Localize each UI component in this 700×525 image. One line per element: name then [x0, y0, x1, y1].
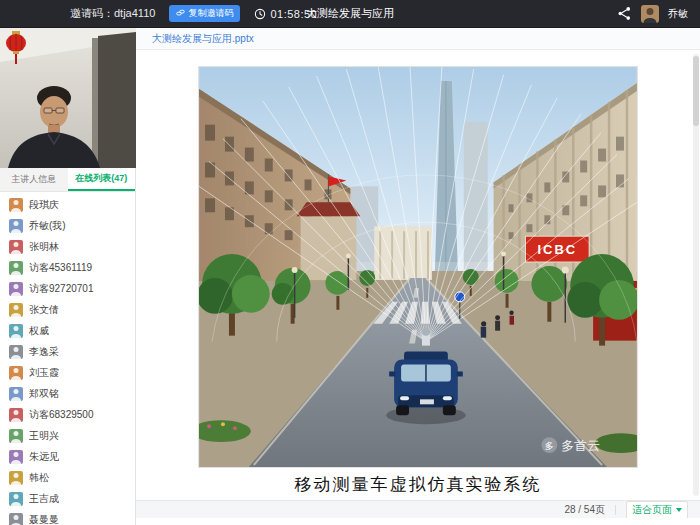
participant-avatar — [9, 471, 23, 485]
main-area: 大测绘发展与应用.pptx — [136, 28, 700, 525]
slide-image: ICBC — [198, 66, 638, 468]
participant-row[interactable]: 访客45361119 — [0, 257, 135, 278]
status-divider — [615, 505, 616, 515]
participant-row[interactable]: 韩松 — [0, 467, 135, 488]
participant-avatar — [9, 513, 23, 525]
presenter-webcam-video — [0, 28, 135, 168]
participant-name: 王吉成 — [29, 492, 59, 506]
participant-avatar — [9, 198, 23, 212]
main-scrollbar-thumb[interactable] — [693, 56, 699, 126]
participant-avatar — [9, 366, 23, 380]
participant-name: 刘玉霞 — [29, 366, 59, 380]
participant-row[interactable]: 郑双铭 — [0, 383, 135, 404]
participant-avatar — [9, 282, 23, 296]
participant-row[interactable]: 王明兴 — [0, 425, 135, 446]
watermark-text: 多首云 — [561, 438, 600, 453]
tab-presenter-info[interactable]: 主讲人信息 — [0, 168, 68, 191]
participant-row[interactable]: 访客68329500 — [0, 404, 135, 425]
sidebar: 主讲人信息 在线列表(47) 段琪庆 乔敏(我) 张明林 访客45361119 … — [0, 28, 136, 525]
file-tab[interactable]: 大测绘发展与应用.pptx — [152, 32, 254, 46]
participant-row[interactable]: 朱远见 — [0, 446, 135, 467]
participant-avatar — [9, 303, 23, 317]
main-scrollbar[interactable] — [693, 54, 699, 496]
participant-name: 韩松 — [29, 471, 49, 485]
zoom-fit-select[interactable]: 适合页面 — [626, 501, 688, 519]
link-icon — [176, 9, 185, 18]
session-title: 大测绘发展与应用 — [306, 6, 394, 21]
participant-name: 朱远见 — [29, 450, 59, 464]
participant-row[interactable]: 聂曼曼 — [0, 509, 135, 525]
participant-name: 权威 — [29, 324, 49, 338]
watermark-logo-glyph: 多 — [545, 441, 554, 451]
status-bar: 28 / 54页 适合页面 — [136, 500, 700, 518]
participant-name: 聂曼曼 — [29, 513, 59, 525]
participant-row[interactable]: 张文倩 — [0, 299, 135, 320]
participant-name: 王明兴 — [29, 429, 59, 443]
participant-name: 访客45361119 — [29, 261, 92, 275]
zoom-fit-label: 适合页面 — [632, 503, 672, 517]
participant-avatar — [9, 408, 23, 422]
participant-avatar — [9, 324, 23, 338]
participant-name: 郑双铭 — [29, 387, 59, 401]
copy-invite-button[interactable]: 复制邀请码 — [169, 5, 240, 22]
bottom-strip — [136, 518, 700, 525]
participant-row[interactable]: 段琪庆 — [0, 194, 135, 215]
participant-row[interactable]: 张明林 — [0, 236, 135, 257]
topbar-right: 乔敏 — [617, 5, 700, 23]
share-icon[interactable] — [617, 6, 632, 21]
slide-canvas: ICBC — [136, 50, 700, 500]
participant-row[interactable]: 访客92720701 — [0, 278, 135, 299]
participant-row[interactable]: 刘玉霞 — [0, 362, 135, 383]
participant-avatar — [9, 219, 23, 233]
copy-invite-label: 复制邀请码 — [188, 7, 233, 20]
file-tab-bar: 大测绘发展与应用.pptx — [136, 28, 700, 50]
top-bar: 邀请码：dtja4110 复制邀请码 01:58:50 大测绘发展与应用 乔敏 — [0, 0, 700, 28]
participant-avatar — [9, 240, 23, 254]
sidebar-tabs: 主讲人信息 在线列表(47) — [0, 168, 135, 192]
page-indicator: 28 / 54页 — [564, 503, 605, 517]
participant-name: 访客92720701 — [29, 282, 94, 296]
participant-row[interactable]: 李逸采 — [0, 341, 135, 362]
participant-avatar — [9, 261, 23, 275]
participant-avatar — [9, 492, 23, 506]
participant-name: 段琪庆 — [29, 198, 59, 212]
invite-code: 邀请码：dtja4110 — [70, 6, 155, 21]
webcam-frame — [0, 28, 136, 168]
participant-row[interactable]: 乔敏(我) — [0, 215, 135, 236]
participant-name: 访客68329500 — [29, 408, 94, 422]
participant-name: 张文倩 — [29, 303, 59, 317]
caret-down-icon — [676, 508, 682, 512]
app-body: 主讲人信息 在线列表(47) 段琪庆 乔敏(我) 张明林 访客45361119 … — [0, 28, 700, 525]
clock-icon — [254, 8, 266, 20]
watermark: 多 多首云 — [541, 437, 600, 453]
participant-row[interactable]: 权威 — [0, 320, 135, 341]
participant-name: 乔敏(我) — [29, 219, 66, 233]
participant-avatar — [9, 345, 23, 359]
participant-avatar — [9, 429, 23, 443]
participant-name: 张明林 — [29, 240, 59, 254]
slide-caption: 移动测量车虚拟仿真实验系统 — [295, 473, 542, 496]
participant-row[interactable]: 王吉成 — [0, 488, 135, 509]
tab-online-list[interactable]: 在线列表(47) — [68, 168, 136, 191]
user-name: 乔敏 — [668, 7, 688, 21]
city-scene: ICBC — [199, 67, 637, 467]
participant-avatar — [9, 450, 23, 464]
participant-avatar — [9, 387, 23, 401]
user-avatar[interactable] — [641, 5, 659, 23]
participant-list: 段琪庆 乔敏(我) 张明林 访客45361119 访客92720701 张文倩 … — [0, 192, 135, 525]
participant-name: 李逸采 — [29, 345, 59, 359]
